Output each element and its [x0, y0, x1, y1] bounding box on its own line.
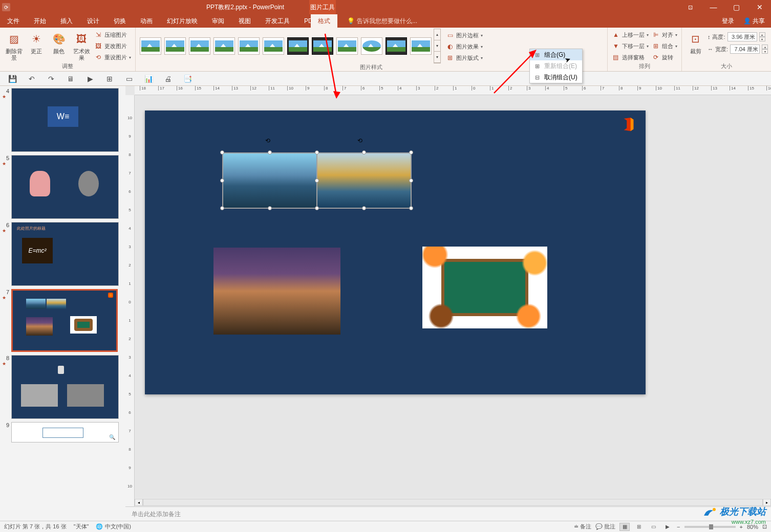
- tab-insert[interactable]: 插入: [53, 14, 80, 28]
- resize-handle[interactable]: [268, 150, 272, 154]
- maximize-button[interactable]: ▢: [725, 0, 748, 14]
- resize-handle[interactable]: [220, 206, 224, 210]
- tab-review[interactable]: 审阅: [205, 14, 231, 28]
- crop-button[interactable]: ⊡裁剪: [685, 29, 706, 55]
- zoom-slider[interactable]: [684, 526, 736, 528]
- selected-image-2[interactable]: [317, 153, 411, 208]
- tab-file[interactable]: 文件: [0, 14, 27, 28]
- rotate-button[interactable]: ⟳旋转: [651, 52, 678, 62]
- bring-forward-button[interactable]: ▲上移一层▾: [611, 30, 650, 40]
- view-slideshow-button[interactable]: ▶: [662, 523, 673, 531]
- tab-design[interactable]: 设计: [80, 14, 106, 28]
- tab-format[interactable]: 格式: [311, 14, 337, 28]
- picture-border-button[interactable]: ▭图片边框▾: [445, 30, 484, 40]
- resize-handle[interactable]: [315, 150, 319, 154]
- height-spinner[interactable]: ▴▾: [759, 32, 765, 41]
- artistic-effects-button[interactable]: 🖼艺术效果: [71, 29, 92, 61]
- selected-image-1[interactable]: [223, 153, 317, 208]
- remove-background-button[interactable]: ▨删除背景: [3, 29, 25, 61]
- status-notes-button[interactable]: ≐ 备注: [574, 523, 591, 530]
- minimize-button[interactable]: —: [702, 0, 725, 14]
- style-item[interactable]: [213, 37, 235, 55]
- canvas-hscroll[interactable]: ◂ ▸: [135, 498, 771, 506]
- scroll-up-icon[interactable]: ▴: [434, 29, 440, 40]
- tab-devtools[interactable]: 开发工具: [258, 14, 297, 28]
- qat-redo-button[interactable]: ↷: [46, 74, 56, 84]
- scroll-left-icon[interactable]: ◂: [135, 499, 143, 506]
- ribbon-options-button[interactable]: ⊡: [679, 0, 702, 14]
- qat-undo-button[interactable]: ↶: [27, 74, 37, 84]
- resize-handle[interactable]: [409, 179, 413, 183]
- picture-effects-button[interactable]: ◐图片效果▾: [445, 41, 484, 52]
- scroll-down-icon[interactable]: ▾: [434, 40, 440, 52]
- resize-handle[interactable]: [409, 150, 413, 154]
- style-item[interactable]: [189, 37, 210, 55]
- corrections-button[interactable]: ☀更正: [26, 29, 47, 55]
- slide-canvas-area[interactable]: ⟲ ⟲: [135, 95, 771, 506]
- zoom-out-button[interactable]: −: [677, 524, 680, 530]
- slide-image-city[interactable]: [213, 248, 340, 335]
- slide-thumb-5[interactable]: 5★: [2, 155, 121, 219]
- color-button[interactable]: 🎨颜色: [48, 29, 70, 55]
- change-picture-button[interactable]: 🖼更改图片: [93, 41, 132, 51]
- tab-animations[interactable]: 动画: [133, 14, 160, 28]
- height-input[interactable]: 3.96 厘米: [727, 32, 757, 41]
- slide-thumb-8[interactable]: 8★: [2, 355, 121, 419]
- compress-pictures-button[interactable]: ⇲压缩图片: [93, 30, 132, 40]
- resize-handle[interactable]: [315, 179, 319, 183]
- resize-handle[interactable]: [409, 206, 413, 210]
- resize-handle[interactable]: [268, 206, 272, 210]
- align-button[interactable]: ⊫对齐▾: [651, 30, 678, 40]
- width-input[interactable]: 7.04 厘米: [730, 45, 760, 54]
- tab-view[interactable]: 视图: [231, 14, 258, 28]
- style-item[interactable]: [140, 37, 161, 55]
- slide-thumb-9[interactable]: 9 🔍: [2, 422, 121, 442]
- qat-button[interactable]: 📑: [182, 74, 192, 84]
- qat-button[interactable]: ⊞: [104, 74, 115, 84]
- notes-pane[interactable]: 单击此处添加备注: [125, 506, 771, 521]
- slide-thumb-7-active[interactable]: 7★: [2, 289, 121, 352]
- close-button[interactable]: ✕: [748, 0, 771, 14]
- gallery-scroll[interactable]: ▴▾▾: [434, 29, 441, 63]
- slide-image-board[interactable]: [422, 247, 547, 328]
- view-reading-button[interactable]: ▭: [648, 523, 658, 531]
- selection-pane-button[interactable]: ▤选择窗格: [611, 52, 650, 62]
- width-spinner[interactable]: ▴▾: [762, 45, 768, 54]
- resize-handle[interactable]: [220, 179, 224, 183]
- qat-button[interactable]: 📊: [143, 74, 154, 84]
- tab-slideshow[interactable]: 幻灯片放映: [160, 14, 205, 28]
- slide-thumb-6[interactable]: 6★ 此处照片的标题 E=mc²: [2, 222, 121, 286]
- resize-handle[interactable]: [220, 150, 224, 154]
- share-button[interactable]: 👤 共享: [739, 17, 769, 26]
- tell-me-search[interactable]: 💡告诉我您想要做什么...: [347, 17, 417, 26]
- resize-handle[interactable]: [315, 206, 319, 210]
- qat-save-button[interactable]: 💾: [7, 74, 17, 84]
- qat-button[interactable]: ▶: [85, 74, 95, 84]
- status-language[interactable]: 🌐 中文(中国): [96, 523, 131, 530]
- style-item[interactable]: [287, 37, 309, 55]
- qat-button[interactable]: 🖥: [66, 74, 76, 84]
- status-comments-button[interactable]: 💬 批注: [595, 523, 615, 530]
- picture-layout-button[interactable]: ⊞图片版式▾: [445, 53, 484, 63]
- group-button[interactable]: ⊞组合▾: [651, 41, 678, 51]
- reset-picture-button[interactable]: ⟲重设图片▾: [93, 52, 132, 62]
- view-sorter-button[interactable]: ⊞: [634, 523, 644, 531]
- send-backward-button[interactable]: ▼下移一层▾: [611, 41, 650, 51]
- tab-home[interactable]: 开始: [27, 14, 53, 28]
- resize-handle[interactable]: [362, 150, 366, 154]
- slide-canvas[interactable]: ⟲ ⟲: [145, 110, 646, 394]
- resize-handle[interactable]: [362, 206, 366, 210]
- slide-thumbnails-panel[interactable]: 4★ W≡ 5★ 6★ 此处照片的标题 E=mc² 7★: [0, 86, 125, 521]
- slide-thumb-4[interactable]: 4★ W≡: [2, 88, 121, 152]
- style-item[interactable]: [263, 37, 284, 55]
- style-item[interactable]: [164, 37, 186, 55]
- tab-transitions[interactable]: 切换: [106, 14, 133, 28]
- qat-button[interactable]: ▭: [124, 74, 134, 84]
- rotate-handle-icon[interactable]: ⟲: [356, 137, 364, 145]
- qat-button[interactable]: 🖨: [163, 74, 173, 84]
- rotate-handle-icon[interactable]: ⟲: [264, 137, 272, 145]
- signin-button[interactable]: 登录: [718, 17, 738, 26]
- gallery-expand-icon[interactable]: ▾: [434, 52, 440, 63]
- style-item[interactable]: [410, 37, 432, 55]
- view-normal-button[interactable]: ▦: [619, 523, 630, 531]
